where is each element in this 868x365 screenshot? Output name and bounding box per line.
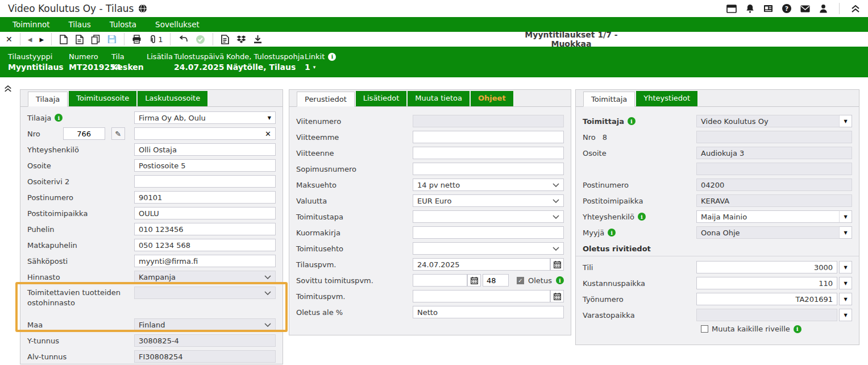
oletus-checkbox[interactable]: ✓ bbox=[517, 277, 524, 284]
oletus-ale-input[interactable] bbox=[413, 306, 564, 318]
varastopaikka-combobox[interactable] bbox=[696, 309, 837, 321]
tilaaja-combobox[interactable]: Firma Oy Ab, Oulu ▼ bbox=[134, 111, 276, 124]
news-icon[interactable] bbox=[763, 5, 773, 13]
kustannuspaikka-input[interactable] bbox=[696, 277, 837, 289]
viitenumero-value bbox=[413, 115, 564, 127]
delivery-hours-input[interactable] bbox=[483, 274, 509, 287]
kuormakirja-input[interactable] bbox=[413, 226, 564, 239]
calendar-button[interactable] bbox=[550, 258, 564, 271]
tab-toimitusosoite[interactable]: Toimitusosoite bbox=[69, 91, 136, 106]
osoiterivi2-input[interactable] bbox=[134, 175, 276, 188]
calendar-icon bbox=[471, 277, 478, 284]
tili-input[interactable] bbox=[696, 261, 837, 273]
customer-search-input[interactable]: ✕ bbox=[134, 127, 276, 140]
dropbox-button[interactable] bbox=[236, 35, 246, 44]
clear-icon[interactable]: ✕ bbox=[265, 130, 271, 138]
report-button[interactable] bbox=[221, 35, 229, 44]
combo-dropdown-button[interactable]: ▼ bbox=[839, 226, 852, 239]
tab-muuta-tietoa[interactable]: Muuta tietoa bbox=[408, 91, 470, 106]
download-button[interactable] bbox=[254, 35, 262, 44]
toimitusehto-select[interactable] bbox=[413, 242, 564, 255]
muuta-kaikille-checkbox[interactable] bbox=[701, 325, 708, 333]
osoite-input[interactable] bbox=[134, 159, 276, 172]
info-icon[interactable]: i bbox=[556, 276, 564, 284]
send-back-button[interactable] bbox=[178, 35, 188, 43]
tab-laskutusosoite[interactable]: Laskutusosoite bbox=[138, 91, 207, 106]
sahkoposti-input[interactable] bbox=[134, 255, 276, 267]
postitoimipaikka-input[interactable] bbox=[134, 207, 276, 219]
calendar-button[interactable] bbox=[550, 290, 564, 302]
tab-perustiedot[interactable]: Perustiedot bbox=[297, 92, 355, 107]
copy-button[interactable] bbox=[91, 35, 100, 44]
tab-tilaaja[interactable]: Tilaaja bbox=[28, 92, 68, 107]
info-icon[interactable]: i bbox=[55, 114, 63, 122]
open-document-button[interactable] bbox=[75, 35, 84, 44]
sopimusnumero-input[interactable] bbox=[413, 163, 564, 175]
collapse-panel-chevrons-icon[interactable] bbox=[4, 85, 12, 93]
nav-forward-button[interactable]: ▶ bbox=[39, 36, 44, 43]
header-field-tilaustyyppi: Tilaustyyppi Myyntitilaus bbox=[8, 52, 64, 73]
combo-dropdown-button[interactable]: ▼ bbox=[839, 210, 852, 223]
edit-pencil-button[interactable]: ✎ bbox=[111, 127, 125, 140]
postinumero-input[interactable] bbox=[134, 191, 276, 204]
toimituspvm-input[interactable] bbox=[413, 290, 550, 302]
supplier-panel: Toimittaja Yhteystiedot Toimittaja i Vid… bbox=[575, 89, 859, 345]
info-icon[interactable]: i bbox=[608, 229, 616, 237]
hinnasto-select[interactable]: Kampanja bbox=[134, 271, 276, 283]
menu-tilaus[interactable]: Tilaus bbox=[69, 20, 91, 29]
menu-sovellukset[interactable]: Sovellukset bbox=[155, 20, 200, 29]
tab-toimittaja[interactable]: Toimittaja bbox=[583, 92, 635, 107]
new-document-button[interactable] bbox=[59, 35, 68, 44]
attachments-button[interactable]: 1 bbox=[149, 35, 163, 44]
field-row-toimittaja: Toimittaja i Video Koulutus Oy ▼ bbox=[583, 115, 852, 127]
notifications-bell-icon[interactable] bbox=[746, 4, 754, 13]
supplier-contact-combobox[interactable]: Maija Mainio bbox=[696, 210, 840, 223]
print-button[interactable] bbox=[132, 35, 142, 44]
calendar-button[interactable] bbox=[467, 274, 481, 287]
maksuehto-select[interactable]: 14 pv netto bbox=[413, 179, 564, 191]
field-row-nro: Nro ✎ ✕ bbox=[27, 127, 276, 140]
info-icon[interactable]: i bbox=[328, 53, 336, 61]
tab-ohjeet[interactable]: Ohjeet bbox=[471, 91, 513, 106]
salesperson-combobox[interactable]: Oona Ohje bbox=[696, 226, 840, 239]
viitteenne-input[interactable] bbox=[413, 147, 564, 159]
info-icon[interactable]: i bbox=[628, 117, 636, 125]
save-button[interactable] bbox=[107, 35, 117, 44]
viitteemme-input[interactable] bbox=[413, 131, 564, 143]
toimittaja-combobox[interactable]: Video Koulutus Oy bbox=[696, 115, 840, 127]
linkit-dropdown[interactable]: 1 ▾ bbox=[305, 61, 336, 73]
sovittu-toimituspvm-input[interactable] bbox=[413, 274, 467, 287]
matkapuhelin-input[interactable] bbox=[134, 239, 276, 251]
toimitustapa-select[interactable] bbox=[413, 210, 564, 223]
customer-number-input[interactable] bbox=[63, 127, 105, 140]
tab-lisatiedot[interactable]: Lisätiedot bbox=[356, 91, 407, 106]
info-icon[interactable]: i bbox=[638, 213, 646, 221]
puhelin-input[interactable] bbox=[134, 223, 276, 235]
help-icon[interactable]: ? bbox=[782, 4, 791, 13]
windows-icon[interactable] bbox=[726, 5, 737, 13]
mail-icon[interactable] bbox=[800, 5, 810, 13]
tyonumero-input[interactable] bbox=[696, 293, 837, 305]
combo-dropdown-button[interactable]: ▼ bbox=[839, 293, 852, 305]
approve-check-button[interactable] bbox=[196, 35, 205, 44]
combo-dropdown-button[interactable]: ▼ bbox=[839, 115, 852, 127]
chevron-down-icon: ▼ bbox=[844, 119, 847, 124]
menu-tulosta[interactable]: Tulosta bbox=[110, 20, 136, 29]
maa-select[interactable]: Finland bbox=[134, 318, 276, 331]
supplier-osoite-value: Audiokuja 3 bbox=[696, 147, 852, 159]
valuutta-select[interactable]: EUR Euro bbox=[413, 194, 564, 207]
field-row: Viitteemme bbox=[296, 131, 564, 143]
combo-dropdown-button[interactable]: ▼ bbox=[839, 261, 852, 273]
info-icon[interactable]: i bbox=[794, 325, 801, 333]
yhteyshenkilo-input[interactable] bbox=[134, 143, 276, 156]
menu-toiminnot[interactable]: Toiminnot bbox=[13, 20, 50, 29]
nav-back-button[interactable]: ◀ bbox=[28, 36, 32, 43]
tilauspvm-input[interactable] bbox=[413, 258, 550, 271]
combo-dropdown-button[interactable]: ▼ bbox=[839, 277, 852, 289]
user-icon[interactable] bbox=[819, 4, 828, 13]
close-button[interactable]: ✕ bbox=[6, 35, 13, 44]
combo-dropdown-button[interactable]: ▼ bbox=[839, 309, 852, 321]
ostohinnasto-select[interactable] bbox=[134, 287, 276, 299]
tab-yhteystiedot[interactable]: Yhteystiedot bbox=[636, 91, 697, 106]
collapse-all-chevrons-icon[interactable] bbox=[851, 5, 860, 13]
